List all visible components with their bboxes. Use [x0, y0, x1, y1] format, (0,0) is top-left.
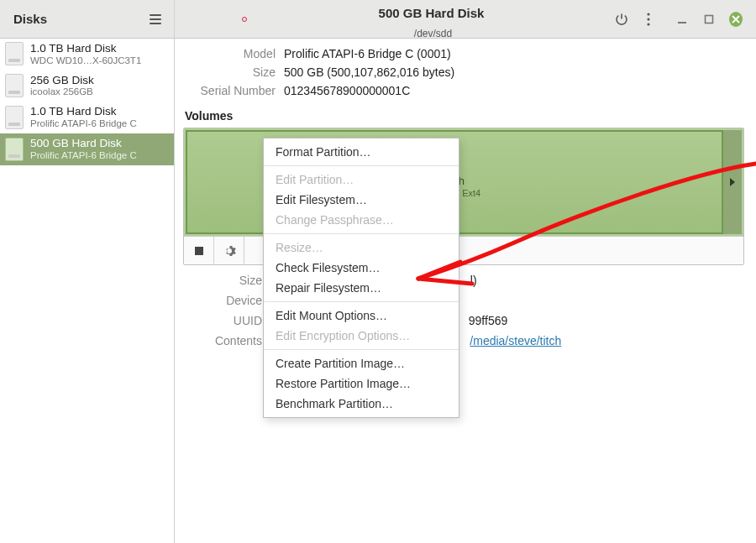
drive-name: 500 GB Hard Disk	[30, 137, 137, 150]
hdd-icon	[5, 42, 24, 65]
drive-desc: icoolax 256GB	[30, 86, 94, 97]
svg-point-0	[647, 13, 649, 15]
main-panel: Model Prolific ATAPI-6 Bridge C (0001) S…	[175, 39, 756, 543]
menu-restore-partition-image[interactable]: Restore Partition Image…	[264, 373, 459, 394]
minimize-button[interactable]	[669, 7, 695, 32]
menu-edit-partition: Edit Partition…	[264, 170, 459, 190]
hdd-icon	[5, 138, 24, 161]
label-model: Model	[183, 47, 276, 60]
record-icon	[242, 17, 247, 22]
menu-edit-filesystem[interactable]: Edit Filesystem…	[264, 190, 459, 210]
svg-rect-4	[706, 15, 713, 23]
drive-item[interactable]: 1.0 TB Hard Disk WDC WD10…X-60JC3T1	[0, 39, 174, 70]
drive-list[interactable]: 1.0 TB Hard Disk WDC WD10…X-60JC3T1 256 …	[0, 39, 175, 543]
app-title: Disks	[13, 12, 142, 26]
value-part-size-tail: l)	[470, 274, 477, 287]
svg-point-2	[647, 23, 649, 25]
chevron-right-icon	[729, 178, 736, 186]
label-part-size: Size	[186, 274, 262, 287]
svg-rect-3	[678, 22, 686, 23]
menu-format-partition[interactable]: Format Partition…	[264, 142, 459, 162]
partition-settings-menu[interactable]: Format Partition… Edit Partition… Edit F…	[263, 138, 459, 418]
label-device: Device	[186, 294, 262, 307]
drive-item[interactable]: 256 GB Disk icoolax 256GB	[0, 70, 174, 102]
menu-separator	[264, 301, 459, 302]
menu-resize: Resize…	[264, 238, 459, 258]
drive-desc: Prolific ATAPI-6 Bridge C	[30, 118, 137, 129]
hdd-icon	[5, 74, 24, 97]
drive-name: 1.0 TB Hard Disk	[30, 42, 141, 55]
drive-item-selected[interactable]: 500 GB Hard Disk Prolific ATAPI-6 Bridge…	[0, 133, 174, 165]
menu-benchmark-partition[interactable]: Benchmark Partition…	[264, 394, 459, 414]
unmount-button[interactable]	[184, 237, 214, 264]
drive-desc: WDC WD10…X-60JC3T1	[30, 55, 141, 66]
minimize-icon	[677, 14, 687, 24]
kebab-icon	[647, 13, 650, 26]
value-serial: 012345678900000001C	[284, 84, 744, 97]
label-contents: Contents	[186, 334, 262, 347]
drive-name: 1.0 TB Hard Disk	[30, 105, 137, 118]
hdd-icon	[5, 106, 24, 129]
volumes-heading: Volumes	[185, 109, 744, 123]
maximize-icon	[704, 14, 714, 24]
maximize-button[interactable]	[696, 7, 722, 32]
menu-create-partition-image[interactable]: Create Partition Image…	[264, 353, 459, 373]
app-menu-button[interactable]	[143, 7, 168, 32]
menu-edit-mount-options[interactable]: Edit Mount Options…	[264, 305, 459, 326]
close-button[interactable]	[723, 7, 748, 32]
value-size: 500 GB (500,107,862,016 bytes)	[284, 65, 744, 79]
value-model: Prolific ATAPI-6 Bridge C (0001)	[284, 47, 744, 60]
menu-change-passphrase: Change Passphrase…	[264, 210, 459, 230]
header-bar: Disks 500 GB Hard Disk /dev/sdd	[0, 0, 756, 39]
label-size: Size	[183, 65, 276, 79]
gear-icon	[223, 244, 236, 258]
partition-next-button[interactable]	[723, 130, 742, 234]
disk-title: 500 GB Hard Disk	[258, 0, 608, 29]
close-icon	[729, 12, 743, 27]
drive-menu-button[interactable]	[636, 7, 661, 32]
menu-separator	[264, 233, 459, 234]
record-button[interactable]	[232, 7, 257, 32]
power-icon	[615, 13, 628, 26]
settings-button[interactable]	[214, 237, 244, 264]
menu-check-filesystem[interactable]: Check Filesystem…	[264, 258, 459, 278]
hamburger-icon	[150, 14, 161, 24]
menu-separator	[264, 165, 459, 166]
menu-separator	[264, 349, 459, 350]
value-uuid-tail: 99ff569	[469, 314, 507, 327]
menu-edit-encryption-options: Edit Encryption Options…	[264, 326, 459, 346]
menu-repair-filesystem[interactable]: Repair Filesystem…	[264, 278, 459, 298]
mount-point-link[interactable]: /media/steve/titch	[470, 334, 561, 347]
label-serial: Serial Number	[183, 84, 276, 97]
svg-point-1	[647, 18, 649, 20]
stop-icon	[195, 247, 203, 255]
drive-name: 256 GB Disk	[30, 74, 94, 87]
label-uuid: UUID	[186, 314, 262, 327]
drive-desc: Prolific ATAPI-6 Bridge C	[30, 150, 137, 161]
drive-item[interactable]: 1.0 TB Hard Disk Prolific ATAPI-6 Bridge…	[0, 102, 174, 133]
power-button[interactable]	[609, 7, 634, 32]
